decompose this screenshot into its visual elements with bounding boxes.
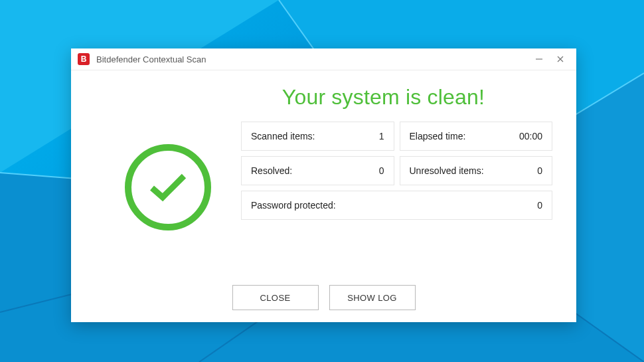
stat-label: Unresolved items: (410, 165, 484, 176)
titlebar: B Bitdefender Contextual Scan (71, 48, 576, 70)
result-heading: Your system is clean! (214, 85, 552, 110)
minimize-icon (535, 55, 543, 63)
scan-result-window: B Bitdefender Contextual Scan Your syste… (71, 48, 576, 322)
success-check-icon (125, 144, 211, 230)
stat-unresolved-items: Unresolved items: 0 (400, 156, 553, 185)
stats-column: Scanned items: 1 Elapsed time: 00:00 Res… (241, 122, 552, 280)
stat-value: 0 (537, 165, 542, 176)
stat-label: Password protected: (251, 200, 336, 211)
stat-label: Elapsed time: (410, 131, 466, 141)
close-window-button[interactable] (550, 51, 571, 67)
close-icon (556, 55, 564, 63)
stat-password-protected: Password protected: 0 (241, 191, 552, 220)
content-area: Your system is clean! Scanned items: 1 (71, 70, 576, 322)
stat-value: 0 (379, 165, 384, 176)
stat-resolved: Resolved: 0 (241, 156, 394, 185)
stat-elapsed-time: Elapsed time: 00:00 (400, 122, 553, 151)
status-icon-column (95, 122, 241, 280)
show-log-button[interactable]: SHOW LOG (329, 285, 416, 310)
minimize-button[interactable] (528, 51, 550, 67)
close-button[interactable]: CLOSE (232, 285, 319, 310)
stat-label: Scanned items: (251, 131, 315, 141)
stat-label: Resolved: (251, 165, 292, 176)
stat-scanned-items: Scanned items: 1 (241, 122, 394, 151)
stat-value: 00:00 (519, 131, 542, 141)
stat-value: 0 (537, 200, 542, 211)
footer-buttons: CLOSE SHOW LOG (95, 280, 552, 310)
window-title: Bitdefender Contextual Scan (96, 54, 206, 64)
app-icon: B (78, 53, 90, 65)
stat-value: 1 (379, 131, 384, 141)
app-icon-letter: B (81, 55, 87, 63)
